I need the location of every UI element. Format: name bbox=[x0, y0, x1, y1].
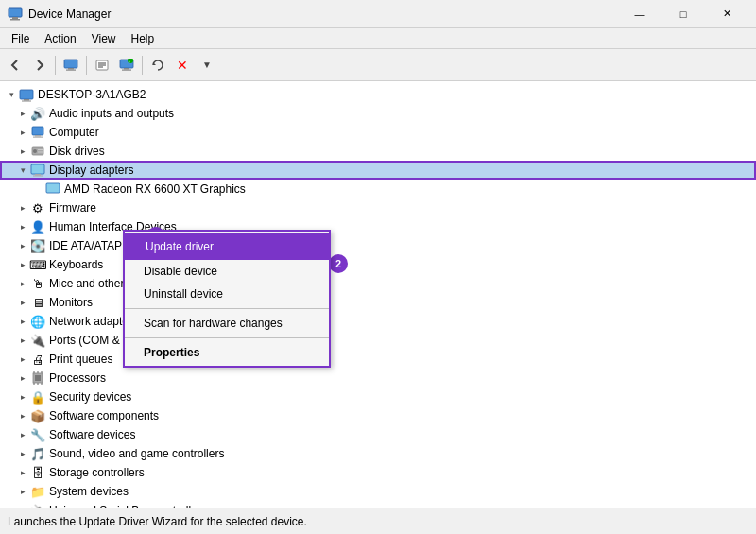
tree-item-processors[interactable]: Processors bbox=[0, 369, 756, 388]
security-label: Security devices bbox=[49, 390, 131, 404]
print-expand[interactable] bbox=[15, 352, 30, 367]
tree-item-print[interactable]: 🖨 Print queues bbox=[0, 350, 756, 369]
context-properties[interactable]: Properties bbox=[125, 341, 329, 364]
sound-expand[interactable] bbox=[15, 446, 30, 461]
network-expand[interactable] bbox=[15, 314, 30, 329]
device-manager-button[interactable] bbox=[60, 54, 82, 77]
software-comp-expand[interactable] bbox=[15, 408, 30, 423]
tree-item-usb[interactable]: 🔌 Universal Serial Bus controllers bbox=[0, 501, 756, 508]
disk-expand[interactable] bbox=[15, 144, 30, 159]
amd-label: AMD Radeon RX 6600 XT Graphics bbox=[64, 182, 246, 196]
tree-item-storage[interactable]: 🗄 Storage controllers bbox=[0, 463, 756, 482]
display-label: Display adapters bbox=[49, 164, 133, 177]
tree-item-monitors[interactable]: 🖥 Monitors bbox=[0, 293, 756, 312]
display-expand[interactable] bbox=[15, 163, 30, 178]
menu-bar: File Action View Help bbox=[0, 28, 756, 49]
tree-item-disk[interactable]: Disk drives bbox=[0, 142, 756, 161]
root-label: DESKTOP-3A1AGB2 bbox=[38, 88, 146, 101]
context-uninstall-device[interactable]: Uninstall device bbox=[125, 283, 329, 305]
menu-action[interactable]: Action bbox=[37, 30, 83, 47]
tree-root[interactable]: DESKTOP-3A1AGB2 bbox=[0, 85, 756, 104]
firmware-expand[interactable] bbox=[15, 200, 30, 215]
toolbar-sep-1 bbox=[55, 56, 56, 75]
computer-expand[interactable] bbox=[15, 125, 30, 140]
toolbar-sep-2 bbox=[86, 56, 87, 75]
svg-rect-12 bbox=[122, 69, 131, 70]
main-content: 1 2 DESKTOP-3A1AGB2 🔊 Audio inputs and o… bbox=[0, 81, 756, 508]
ide-expand[interactable] bbox=[15, 238, 30, 253]
usb-label: Universal Serial Bus controllers bbox=[49, 504, 207, 508]
svg-rect-4 bbox=[68, 68, 74, 70]
firmware-icon: ⚙ bbox=[30, 200, 45, 215]
forward-button[interactable] bbox=[28, 54, 51, 77]
tree-item-ports[interactable]: 🔌 Ports (COM & LPT) bbox=[0, 331, 756, 350]
menu-file[interactable]: File bbox=[4, 30, 37, 47]
audio-expand[interactable] bbox=[15, 106, 30, 121]
tree-item-amd[interactable]: AMD Radeon RX 6600 XT Graphics bbox=[0, 180, 756, 198]
close-button[interactable]: ✕ bbox=[705, 0, 748, 28]
amd-icon bbox=[45, 181, 60, 197]
svg-rect-5 bbox=[66, 69, 76, 70]
tree-item-sound[interactable]: 🎵 Sound, video and game controllers bbox=[0, 444, 756, 463]
svg-rect-25 bbox=[38, 152, 43, 153]
maximize-button[interactable]: □ bbox=[662, 0, 705, 28]
mice-expand[interactable] bbox=[15, 276, 30, 291]
svg-point-23 bbox=[33, 149, 37, 153]
tree-item-ide[interactable]: 💽 IDE ATA/ATAPI controllers bbox=[0, 236, 756, 255]
context-separator-2 bbox=[125, 337, 329, 338]
properties-button[interactable] bbox=[91, 54, 113, 77]
processors-expand[interactable] bbox=[15, 370, 30, 386]
tree-item-display[interactable]: Display adapters bbox=[0, 161, 756, 180]
software-dev-expand[interactable] bbox=[15, 427, 30, 442]
tree-item-firmware[interactable]: ⚙ Firmware bbox=[0, 198, 756, 217]
context-disable-device[interactable]: Disable device bbox=[125, 260, 329, 283]
tree-item-mice[interactable]: 🖱 Mice and other pointing devices bbox=[0, 274, 756, 293]
back-button[interactable] bbox=[4, 54, 26, 77]
usb-expand[interactable] bbox=[15, 503, 30, 508]
svg-rect-33 bbox=[35, 375, 41, 381]
security-icon: 🔒 bbox=[30, 389, 45, 405]
audio-icon: 🔊 bbox=[30, 106, 45, 121]
security-expand[interactable] bbox=[15, 389, 30, 405]
context-scan-changes[interactable]: Scan for hardware changes bbox=[125, 312, 329, 335]
firmware-label: Firmware bbox=[49, 201, 96, 215]
processors-label: Processors bbox=[49, 371, 106, 385]
software-comp-label: Software components bbox=[49, 409, 159, 422]
ports-expand[interactable] bbox=[15, 333, 30, 348]
storage-expand[interactable] bbox=[15, 465, 30, 480]
hid-expand[interactable] bbox=[15, 219, 30, 234]
disk-label: Disk drives bbox=[49, 145, 105, 158]
monitors-expand[interactable] bbox=[15, 295, 30, 310]
sound-label: Sound, video and game controllers bbox=[49, 447, 224, 460]
software-comp-icon: 📦 bbox=[30, 408, 45, 423]
tree-item-system[interactable]: 📁 System devices bbox=[0, 482, 756, 501]
system-expand[interactable] bbox=[15, 484, 30, 499]
context-update-driver[interactable]: Update driver bbox=[125, 233, 329, 260]
scan-changes-button[interactable] bbox=[146, 54, 169, 77]
menu-help[interactable]: Help bbox=[124, 30, 163, 47]
print-label: Print queues bbox=[49, 353, 112, 366]
tree-item-software-dev[interactable]: 🔧 Software devices bbox=[0, 425, 756, 444]
software-dev-label: Software devices bbox=[49, 428, 135, 441]
toolbar-sep-3 bbox=[142, 56, 143, 75]
minimize-button[interactable]: — bbox=[618, 0, 662, 28]
app-icon bbox=[8, 7, 23, 22]
tree-view[interactable]: 1 2 DESKTOP-3A1AGB2 🔊 Audio inputs and o… bbox=[0, 81, 756, 508]
tree-item-computer[interactable]: Computer bbox=[0, 123, 756, 142]
system-label: System devices bbox=[49, 485, 129, 498]
tree-item-network[interactable]: 🌐 Network adapters bbox=[0, 312, 756, 331]
window-controls[interactable]: — □ ✕ bbox=[618, 0, 748, 28]
menu-view[interactable]: View bbox=[84, 30, 124, 47]
tree-item-security[interactable]: 🔒 Security devices bbox=[0, 388, 756, 406]
title-bar: Device Manager — □ ✕ bbox=[0, 0, 756, 28]
status-text: Launches the Update Driver Wizard for th… bbox=[8, 515, 307, 528]
expand-button[interactable]: ▼ bbox=[196, 54, 218, 77]
root-expand-arrow[interactable] bbox=[4, 87, 19, 102]
tree-item-audio[interactable]: 🔊 Audio inputs and outputs bbox=[0, 104, 756, 123]
update-driver-button[interactable]: ↑ bbox=[115, 54, 138, 77]
svg-rect-16 bbox=[20, 90, 33, 99]
tree-item-software-comp[interactable]: 📦 Software components bbox=[0, 406, 756, 425]
tree-item-hid[interactable]: 👤 Human Interface Devices bbox=[0, 217, 756, 236]
delete-button[interactable]: ✕ bbox=[171, 54, 194, 77]
tree-item-keyboard[interactable]: ⌨ Keyboards bbox=[0, 255, 756, 274]
